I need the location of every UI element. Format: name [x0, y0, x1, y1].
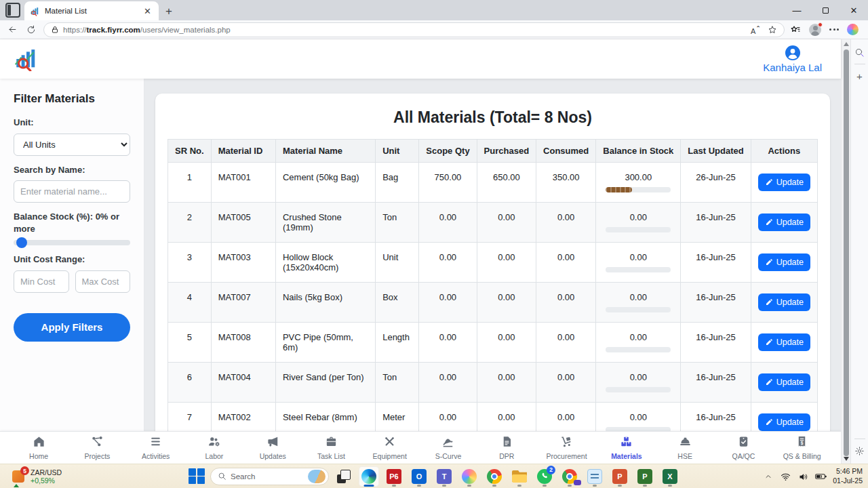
- nav-item-hse[interactable]: HSE: [666, 435, 704, 460]
- taskbar-clock[interactable]: 5:46 PM 01-Jul-25: [833, 467, 863, 485]
- sidebar-add-icon[interactable]: +: [854, 70, 866, 82]
- back-icon[interactable]: [5, 23, 19, 37]
- sidebar-search-icon[interactable]: [854, 46, 866, 58]
- home-icon: [33, 435, 45, 451]
- update-button[interactable]: Update: [758, 373, 810, 391]
- window-minimize-button[interactable]: —: [783, 0, 811, 20]
- taskbar-search[interactable]: Search: [210, 468, 329, 485]
- start-button[interactable]: [188, 468, 205, 485]
- bottom-nav: Home Projects Activities Labor Updates T…: [0, 431, 841, 464]
- explorer-taskbar-icon[interactable]: [509, 466, 530, 487]
- taskbar-widget[interactable]: 5 ZAR/USD +0,59%: [5, 464, 67, 488]
- browser-tab[interactable]: Material List ✕: [24, 1, 159, 20]
- chrome-taskbar-icon[interactable]: [484, 466, 505, 487]
- cell-unit: Meter: [376, 403, 419, 432]
- nav-item-task-list[interactable]: Task List: [312, 435, 350, 460]
- tray-chevron-up-icon[interactable]: [762, 471, 774, 483]
- nav-item-qs-billing[interactable]: $ QS & Billing: [783, 435, 821, 460]
- update-button[interactable]: Update: [758, 333, 810, 351]
- widget-stocks-icon: 5: [11, 469, 26, 484]
- s-curve-icon: [441, 435, 454, 451]
- balance-slider[interactable]: [14, 240, 130, 245]
- max-cost-input[interactable]: [75, 270, 131, 293]
- powerpoint-taskbar-icon[interactable]: P: [610, 466, 630, 487]
- materials-icon: [620, 435, 633, 451]
- cell-actions: Update: [751, 163, 817, 203]
- cell-consumed: 0.00: [536, 243, 596, 283]
- cell-unit: Ton: [376, 363, 419, 403]
- favorite-star-icon[interactable]: [768, 25, 777, 35]
- balance-slider-thumb[interactable]: [16, 237, 27, 248]
- nav-item-qa-qc[interactable]: QA/QC: [724, 435, 762, 460]
- cell-purchased: 0.00: [477, 363, 536, 403]
- qa-qc-icon: [737, 435, 750, 451]
- cell-unit: Length: [376, 323, 419, 363]
- notepad-taskbar-icon[interactable]: [585, 466, 605, 487]
- min-cost-input[interactable]: [14, 270, 69, 293]
- favorites-hub-icon[interactable]: [790, 24, 801, 35]
- column-header: Balance in Stock: [596, 140, 681, 163]
- chrome-game-taskbar-icon[interactable]: [559, 466, 580, 487]
- update-button[interactable]: Update: [758, 174, 810, 191]
- project-taskbar-icon[interactable]: P: [635, 466, 655, 487]
- nav-item-activities[interactable]: Activities: [137, 435, 175, 460]
- unit-select[interactable]: All Units: [14, 134, 130, 156]
- wifi-icon[interactable]: [780, 471, 791, 483]
- cell-actions: Update: [751, 363, 817, 403]
- update-button[interactable]: Update: [758, 253, 810, 271]
- nav-item-projects[interactable]: Projects: [78, 435, 116, 460]
- read-aloud-icon[interactable]: A⌃: [751, 24, 761, 35]
- cell-sr: 4: [168, 283, 212, 323]
- nav-item-dpr[interactable]: DPR: [488, 435, 526, 460]
- url-text: https://track.fiyrr.com/users/view_mater…: [63, 26, 747, 34]
- p6-taskbar-icon[interactable]: P6: [384, 466, 404, 487]
- nav-item-equipment[interactable]: Equipment: [371, 435, 409, 460]
- excel-taskbar-icon[interactable]: X: [660, 466, 680, 487]
- browser-menu-icon[interactable]: [829, 28, 839, 30]
- cell-last-updated: 26-Jun-25: [681, 163, 751, 203]
- main-content: All Materials (Total= 8 Nos) SR No.Mater…: [144, 79, 841, 431]
- volume-icon[interactable]: [797, 471, 809, 483]
- nav-item-home[interactable]: Home: [20, 435, 58, 460]
- whatsapp-taskbar-icon[interactable]: 2: [534, 466, 555, 487]
- nav-item-updates[interactable]: Updates: [254, 435, 292, 460]
- url-field[interactable]: https://track.fiyrr.com/users/view_mater…: [43, 22, 785, 37]
- copilot-taskbar-icon[interactable]: [459, 466, 479, 487]
- cell-purchased: 0.00: [477, 243, 536, 283]
- sidebar-settings-icon[interactable]: [854, 445, 866, 457]
- edge-taskbar-icon[interactable]: [359, 466, 379, 487]
- material-search-input[interactable]: [14, 180, 130, 203]
- cell-material-name: River Sand (per Ton): [275, 363, 375, 403]
- edge-sidebar: +: [850, 39, 868, 464]
- profile-avatar[interactable]: [809, 24, 821, 36]
- copilot-icon[interactable]: [847, 24, 859, 35]
- nav-item-labor[interactable]: Labor: [195, 435, 233, 460]
- nav-item-materials[interactable]: Materials: [608, 435, 646, 460]
- teams-taskbar-icon[interactable]: T: [434, 466, 454, 487]
- scroll-down-icon[interactable]: [844, 457, 849, 461]
- table-row: 4 MAT007 Nails (5kg Box) Box 0.00 0.00 0…: [168, 283, 818, 323]
- cell-last-updated: 16-Jun-25: [681, 323, 751, 363]
- tab-close-icon[interactable]: ✕: [142, 6, 153, 16]
- task-view-taskbar-icon[interactable]: [334, 466, 354, 487]
- tab-actions-icon[interactable]: [5, 3, 20, 18]
- cell-material-name: Nails (5kg Box): [275, 283, 375, 323]
- window-close-button[interactable]: ✕: [840, 0, 868, 20]
- refresh-icon[interactable]: [24, 23, 38, 37]
- outlook-taskbar-icon[interactable]: O: [409, 466, 429, 487]
- update-button[interactable]: Update: [758, 214, 810, 231]
- new-tab-button[interactable]: +: [165, 5, 172, 17]
- update-button[interactable]: Update: [758, 293, 810, 311]
- window-maximize-button[interactable]: [811, 0, 840, 20]
- cell-sr: 2: [168, 203, 212, 243]
- battery-icon[interactable]: [815, 471, 827, 483]
- user-profile[interactable]: Kanhaiya Lal: [763, 45, 822, 73]
- update-button[interactable]: Update: [758, 413, 810, 431]
- apply-filters-button[interactable]: Apply Filters: [14, 313, 130, 342]
- page-scrollbar[interactable]: [841, 39, 850, 464]
- nav-item-s-curve[interactable]: S-Curve: [429, 435, 467, 460]
- nav-item-procurement[interactable]: Procurement: [547, 435, 587, 460]
- scrollbar-thumb[interactable]: [844, 49, 849, 456]
- cell-last-updated: 16-Jun-25: [681, 243, 751, 283]
- scroll-up-icon[interactable]: [844, 42, 849, 46]
